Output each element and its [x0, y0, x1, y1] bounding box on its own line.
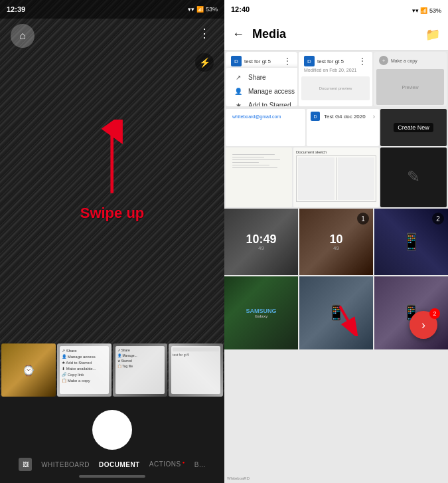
folder-icon[interactable]: 📁 [425, 27, 440, 42]
samsung-logo: SAMSUNG Galaxy [246, 308, 276, 318]
manage-icon: 👤 [234, 88, 243, 95]
doc-list-item[interactable]: D Test G4 doc 2020 › [311, 112, 375, 121]
menu-star[interactable]: ★ Add to Starred [226, 98, 297, 106]
samsung-photos-row: SAMSUNG Galaxy 📱 📱 [224, 276, 448, 349]
file-more-2[interactable]: ⋮ [358, 56, 367, 66]
file-row-1: D test for gt 5 ⋮ Modified on Feb 20, 20… [224, 50, 448, 106]
home-button[interactable]: ⌂ [11, 24, 35, 48]
share-icon: ↗ [234, 74, 243, 81]
sketch-lines [228, 150, 289, 174]
wifi-icon: 📶 [196, 6, 204, 13]
nav-arrow-icon: › [421, 318, 425, 332]
film-thumb-4[interactable]: test for gt 5 [169, 343, 223, 397]
sketch-left[interactable]: WhiteboaRD [226, 147, 292, 207]
right-status-bar: 12:40 ▾▾ 📶 53% [224, 0, 448, 19]
arrow-svg [96, 120, 129, 199]
signal-icon: ▾▾ [188, 6, 194, 13]
watch-display-1: 10:49 49 [246, 233, 276, 251]
bottom-bar: 🖼 WHITEBOARD DOCUMENT ACTIONS B... [0, 397, 224, 483]
media-grid[interactable]: D test for gt 5 ⋮ Modified on Feb 20, 20… [224, 50, 448, 483]
nav-badge: 2 [429, 308, 440, 319]
watch-time: 10:49 [246, 233, 276, 245]
battery-icon: 53% [206, 6, 218, 13]
context-menu: ↗ Share 👤 Manage access ★ Add to Starred… [226, 68, 297, 106]
watch-date-2: 49 [329, 245, 342, 251]
watch-date: 49 [246, 245, 276, 251]
left-time: 12:39 [7, 5, 25, 13]
doc-row: whiteboard@gmail.com D Test G4 doc 2020 … [224, 108, 448, 147]
manage-label: Manage access [248, 88, 295, 95]
left-panel: 12:39 ▾▾ 📶 53% ⌂ ⋮ ⚡ Swipe up ⌚ [0, 0, 224, 483]
svg-line-3 [340, 306, 353, 330]
menu-manage[interactable]: 👤 Manage access [226, 84, 297, 98]
samsung-photo[interactable]: SAMSUNG Galaxy [224, 276, 298, 349]
gallery-icon[interactable]: 🖼 [19, 458, 32, 471]
watch-photo-1[interactable]: 10:49 49 [224, 209, 298, 275]
more-icon: ⋮ [198, 26, 210, 41]
watch-display-2: 10 49 [329, 233, 342, 251]
file-date-2: Modified on Feb 20, 2021 [299, 68, 372, 75]
file-more-1[interactable]: ⋮ [283, 56, 292, 66]
watch-photo-2[interactable]: 1 10 49 [299, 209, 373, 275]
create-new-card[interactable]: Create New [380, 109, 447, 146]
right-battery: 53% [429, 7, 441, 14]
home-icon: ⌂ [19, 30, 26, 42]
mode-actions[interactable]: ACTIONS [149, 460, 185, 468]
back-button[interactable]: ← [232, 27, 244, 41]
gallery-image-icon: 🖼 [23, 461, 29, 468]
more-button[interactable]: ⋮ [195, 24, 214, 43]
nav-button[interactable]: › 2 [410, 311, 437, 339]
swipe-up-text: Swipe up [80, 205, 145, 222]
film-strip: ⌚ ↗ Share 👤 Manage access ★ Add to Starr… [0, 343, 224, 397]
star-icon: ★ [234, 102, 243, 106]
file-card-3[interactable]: + Make a copy Preview [374, 52, 447, 106]
watch-time-2: 10 [329, 233, 342, 245]
file-icon-2: D [304, 56, 315, 66]
right-time: 12:40 [231, 5, 250, 13]
watch-photo-3[interactable]: 2 📱 [374, 209, 448, 275]
menu-share[interactable]: ↗ Share [226, 70, 297, 84]
film-thumb-2[interactable]: ↗ Share 👤 Manage access ★ Add to Starred… [57, 343, 112, 397]
mode-whiteboard[interactable]: WHITEBOARD [41, 461, 90, 468]
doc-icon: D [234, 58, 238, 64]
photo-badge-2: 2 [432, 213, 444, 225]
watch-photos-row: 10:49 49 1 10 49 2 📱 [224, 209, 448, 275]
file-card-2[interactable]: D test for gt 5 ⋮ Modified on Feb 20, 20… [299, 52, 372, 106]
doc-list-icon: D [311, 112, 320, 121]
film-thumb-3[interactable]: ↗ Share 👤 Manage... ★ Starred 📋 Tag file [113, 343, 167, 397]
doc-icon-2: D [307, 58, 311, 64]
create-new-label: Create New [394, 123, 433, 132]
left-status-icons: ▾▾ 📶 53% [188, 6, 218, 13]
email-text: whiteboard@gmail.com [230, 112, 301, 122]
sketch-right[interactable]: ✎ [380, 147, 447, 207]
right-signal-icon: ▾▾ 📶 [412, 7, 429, 14]
home-indicator [79, 475, 145, 478]
mode-tabs: 🖼 WHITEBOARD DOCUMENT ACTIONS B... [19, 458, 206, 471]
doc-more[interactable]: › [373, 113, 375, 120]
mode-document[interactable]: DOCUMENT [99, 461, 140, 468]
sketch-row: WhiteboaRD Document sketch ✎ [224, 147, 448, 207]
doc-name: Test G4 doc 2020 [324, 114, 366, 120]
red-arrow-down [333, 303, 360, 336]
media-header: ← Media 📁 [224, 19, 448, 50]
file-icon-1: D [231, 56, 242, 66]
header-title: Media [252, 27, 425, 41]
file-name-1: test for gt 5 [244, 58, 280, 64]
flash-button[interactable]: ⚡ [195, 53, 214, 72]
film-thumb-1[interactable]: ⌚ [1, 343, 56, 397]
swipe-up-indicator: Swipe up [80, 120, 145, 222]
right-status-icons: ▾▾ 📶 53% [412, 3, 441, 15]
left-status-bar: 12:39 ▾▾ 📶 53% [0, 0, 224, 19]
right-panel: 12:40 ▾▾ 📶 53% ← Media 📁 D test for gt 5… [224, 0, 448, 483]
flash-icon: ⚡ [199, 57, 210, 68]
star-label: Add to Starred [248, 102, 291, 106]
file-card-1[interactable]: D test for gt 5 ⋮ Modified on Feb 20, 20… [226, 52, 297, 106]
file-name-2: test for gt 5 [317, 58, 355, 64]
shutter-button[interactable] [92, 410, 132, 450]
sketch-middle[interactable]: Document sketch [293, 147, 379, 207]
mode-b[interactable]: B... [194, 461, 206, 468]
share-label: Share [248, 74, 266, 81]
phone-photo-1[interactable]: 📱 [299, 276, 373, 349]
photo-badge-1: 1 [357, 213, 369, 225]
make-copy-label: Make a copy [391, 58, 417, 63]
